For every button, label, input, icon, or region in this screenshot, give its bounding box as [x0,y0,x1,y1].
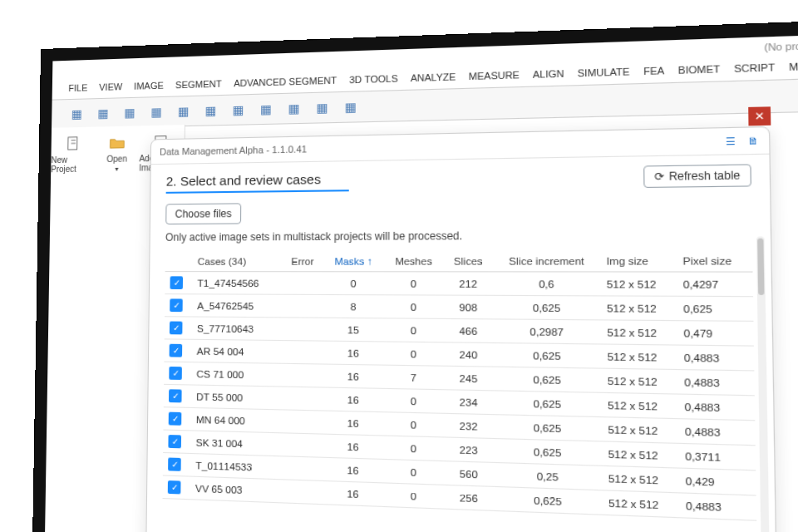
row-checkbox[interactable]: ✓ [169,389,182,402]
cell-px: 0,4297 [677,272,753,297]
monitor-frame: (No project loaded) - Materialise Mimics… [32,15,798,532]
menu-item[interactable]: VIEW [99,81,122,92]
open-button[interactable]: Open▾ [95,126,140,180]
cell-inc: 0,625 [494,486,603,515]
cell-error [281,433,323,457]
step-heading: 2. Select and review cases [166,170,349,193]
folder-open-icon [108,134,126,153]
data-management-dialog: ✕ Data Management Alpha - 1.1.0.41 ☰ 🗎 2… [145,126,777,532]
refresh-icon: ⟳ [654,170,664,184]
cell-slices: 245 [444,366,494,391]
ribbon-icon[interactable]: ▦ [341,98,359,116]
menu-item[interactable]: FILE [68,82,87,93]
cell-error [282,294,323,318]
col-slices[interactable]: Slices [443,251,493,272]
ribbon-icon[interactable]: ▦ [313,99,330,117]
row-checkbox[interactable]: ✓ [168,480,181,494]
cell-name: T1_47454566 [192,272,282,295]
col-pixel-size[interactable]: Pixel size [677,250,752,272]
menu-item[interactable]: FEA [643,65,664,76]
col-error[interactable]: Error [282,252,323,272]
col-slice-increment[interactable]: Slice increment [493,251,601,272]
row-checkbox[interactable]: ✓ [168,457,181,470]
cell-px: 0,4883 [678,370,755,396]
cell-inc: 0,625 [493,342,601,368]
menu-icon[interactable]: ☰ [726,135,736,147]
cell-inc: 0,625 [494,438,603,466]
menu-item[interactable]: SEGMENT [175,78,222,90]
row-checkbox[interactable]: ✓ [170,276,183,289]
col-cases[interactable]: Cases (34) [192,252,282,272]
cell-name: DT 55 000 [191,385,281,410]
row-checkbox[interactable]: ✓ [170,298,183,312]
cell-name: AR 54 004 [191,339,281,363]
ribbon-icon[interactable]: ▦ [257,101,274,118]
ribbon-icon[interactable]: ▦ [175,102,192,120]
cell-meshes: 0 [384,412,444,437]
menu-item[interactable]: ALIGN [533,68,564,80]
menu-item[interactable]: SIMULATE [578,66,630,79]
cell-img: 512 x 512 [601,272,677,296]
cell-slices: 232 [444,413,494,438]
cell-img: 512 x 512 [603,490,680,518]
close-button[interactable]: ✕ [748,106,771,126]
menu-item[interactable]: MY TAB [789,60,798,72]
cell-slices: 234 [444,390,494,415]
cell-masks: 16 [323,480,384,506]
cell-masks: 16 [323,364,383,388]
cell-name: MN 64 000 [191,407,282,432]
cell-meshes: 0 [384,272,444,295]
row-checkbox[interactable]: ✓ [170,322,183,335]
cell-error [282,272,323,295]
row-checkbox[interactable]: ✓ [168,435,181,448]
cell-error [281,410,323,434]
cell-masks: 16 [323,411,384,436]
cell-masks: 0 [323,272,384,295]
cell-masks: 15 [323,318,384,342]
ribbon-icon[interactable]: ▦ [284,100,302,117]
cell-error [282,318,323,341]
choose-files-button[interactable]: Choose files [165,203,241,224]
row-checkbox[interactable]: ✓ [170,344,183,357]
cell-img: 512 x 512 [601,344,678,370]
col-meshes[interactable]: Meshes [384,251,444,271]
table-row[interactable]: ✓T1_47454566002120,6512 x 5120,4297 [165,272,753,297]
cell-img: 512 x 512 [601,296,677,321]
cell-error [280,480,322,505]
col-img-size[interactable]: Img size [600,251,677,272]
cell-meshes: 0 [384,318,444,342]
document-icon[interactable]: 🗎 [747,135,759,147]
cell-img: 512 x 512 [602,392,679,418]
cell-px: 0,625 [677,296,754,321]
cell-slices: 212 [444,272,494,296]
ribbon-icon[interactable]: ▦ [147,103,164,121]
cell-inc: 0,625 [493,367,601,392]
menu-item[interactable]: 3D TOOLS [349,73,397,85]
ribbon-icon[interactable]: ▦ [68,106,85,123]
cell-slices: 240 [444,342,494,367]
row-checkbox[interactable]: ✓ [169,367,182,380]
menu-item[interactable]: SCRIPT [734,62,775,74]
menu-item[interactable]: MEASURE [469,70,520,82]
cell-img: 512 x 512 [601,320,677,345]
dialog-title: Data Management Alpha - 1.1.0.41 [160,144,307,157]
col-masks[interactable]: Masks [323,252,384,272]
ribbon-icon[interactable]: ▦ [201,101,219,119]
cell-px: 0,4883 [680,493,757,520]
cell-inc: 0,2987 [493,319,601,344]
screen: (No project loaded) - Materialise Mimics… [44,28,798,532]
menu-item[interactable]: BIOMET [678,63,721,76]
ribbon-icon[interactable]: ▦ [94,105,111,122]
cell-inc: 0,6 [493,272,601,296]
refresh-table-button[interactable]: ⟳Refresh table [643,164,751,188]
cell-slices: 223 [444,437,494,462]
menu-item[interactable]: IMAGE [134,80,164,91]
ribbon-icon[interactable]: ▦ [229,101,246,118]
new-project-button[interactable]: New Project [51,127,96,182]
menu-item[interactable]: ADVANCED SEGMENT [234,75,337,88]
ribbon-icon[interactable]: ▦ [121,104,137,121]
row-checkbox[interactable]: ✓ [169,412,182,426]
chevron-down-icon: ▾ [115,165,118,173]
menu-item[interactable]: ANALYZE [411,71,456,83]
cell-error [281,363,323,387]
